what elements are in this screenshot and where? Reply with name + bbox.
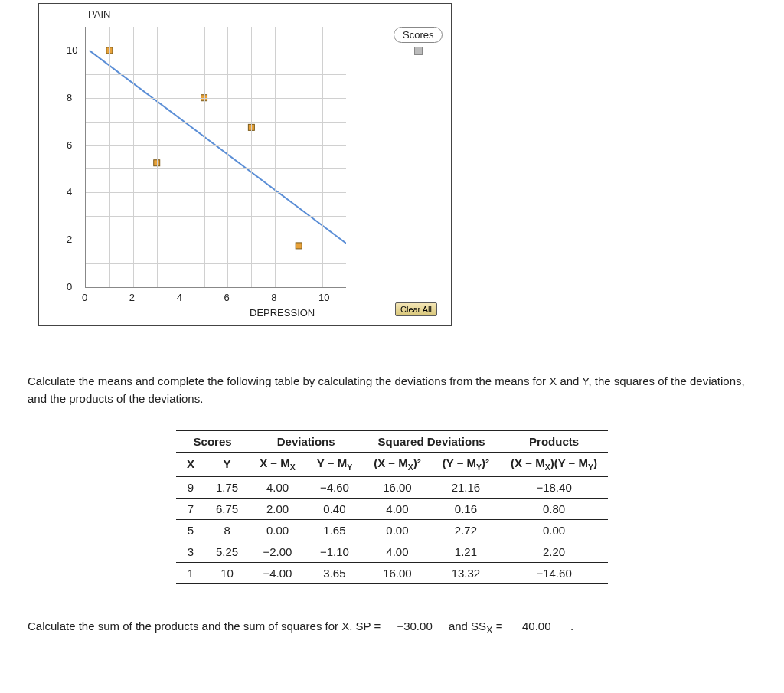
cell-dx2: 0.00 — [363, 519, 432, 541]
subhdr-dy2: (Y − MY)² — [432, 452, 500, 476]
cell-y: 5.25 — [205, 541, 249, 562]
subhdr-x: X — [176, 452, 205, 476]
cell-dy2: 0.16 — [432, 498, 500, 519]
y-tick-label: 6 — [67, 139, 72, 151]
regression-line — [90, 51, 346, 244]
y-tick-label: 2 — [67, 234, 72, 245]
cell-dy2: 21.16 — [432, 476, 500, 499]
subhdr-dx: X − MX — [249, 452, 306, 476]
cell-x: 9 — [176, 476, 205, 499]
x-tick-label: 6 — [224, 292, 229, 303]
cell-dx: −4.00 — [249, 562, 306, 583]
table-row: 91.754.00−4.6016.0021.16−18.40 — [176, 476, 608, 499]
cell-dy: 0.40 — [306, 498, 363, 519]
cell-dy2: 1.21 — [432, 541, 500, 562]
chart-svg — [86, 27, 346, 287]
cell-prod: −14.60 — [500, 562, 608, 583]
group-hdr-squared: Squared Deviations — [363, 430, 500, 453]
clear-all-button[interactable]: Clear All — [395, 302, 437, 316]
cell-dx: 2.00 — [249, 498, 306, 519]
ssx-value: 40.00 — [509, 619, 564, 633]
cell-prod: 0.80 — [500, 498, 608, 519]
table-row: 580.001.650.002.720.00 — [176, 519, 608, 541]
cell-dx2: 16.00 — [363, 562, 432, 583]
cell-dy: 3.65 — [306, 562, 363, 583]
and-ssx-label: and SS — [449, 619, 486, 633]
cell-y: 10 — [205, 562, 249, 583]
legend: Scores — [394, 27, 443, 57]
y-tick-label: 0 — [67, 281, 72, 293]
subhdr-dx2: (X − MX)² — [363, 452, 432, 476]
cell-dy: −1.10 — [306, 541, 363, 562]
x-tick-label: 4 — [177, 292, 182, 303]
y-axis-label: PAIN — [88, 8, 110, 20]
cell-dy: 1.65 — [306, 519, 363, 541]
x-tick-label: 10 — [318, 292, 329, 303]
cell-dx: 0.00 — [249, 519, 306, 541]
results-line: Calculate the sum of the products and th… — [28, 619, 756, 636]
subhdr-y: Y — [205, 452, 249, 476]
instructions-text: Calculate the means and complete the fol… — [28, 372, 756, 408]
x-tick-label: 0 — [82, 292, 87, 303]
cell-dy: −4.60 — [306, 476, 363, 499]
legend-swatch-icon — [414, 47, 423, 55]
cell-x: 3 — [176, 541, 205, 562]
cell-prod: −18.40 — [500, 476, 608, 499]
cell-x: 1 — [176, 562, 205, 583]
group-hdr-deviations: Deviations — [249, 430, 363, 453]
cell-x: 7 — [176, 498, 205, 519]
chart-plot-area — [85, 27, 346, 288]
group-hdr-scores: Scores — [176, 430, 249, 453]
subhdr-dy: Y − MY — [306, 452, 363, 476]
cell-x: 5 — [176, 519, 205, 541]
cell-dx: −2.00 — [249, 541, 306, 562]
x-axis-label: DEPRESSION — [250, 307, 315, 319]
sp-value: −30.00 — [387, 619, 443, 633]
cell-prod: 2.20 — [500, 541, 608, 562]
legend-title[interactable]: Scores — [394, 27, 443, 43]
cell-prod: 0.00 — [500, 519, 608, 541]
results-prompt: Calculate the sum of the products and th… — [28, 619, 381, 633]
x-tick-label: 8 — [271, 292, 276, 303]
chart-frame: PAIN DEPRESSION Scores Clear All 0246810… — [38, 3, 452, 326]
cell-y: 6.75 — [205, 498, 249, 519]
table-row: 110−4.003.6516.0013.32−14.60 — [176, 562, 608, 583]
subhdr-prod: (X − MX)(Y − MY) — [500, 452, 608, 476]
cell-dx2: 4.00 — [363, 541, 432, 562]
table-row: 35.25−2.00−1.104.001.212.20 — [176, 541, 608, 562]
group-hdr-products: Products — [500, 430, 608, 453]
cell-dx: 4.00 — [249, 476, 306, 499]
table-row: 76.752.000.404.000.160.80 — [176, 498, 608, 519]
cell-dx2: 16.00 — [363, 476, 432, 499]
y-tick-label: 8 — [67, 92, 72, 103]
equals-sign: = — [492, 619, 502, 633]
table-body: 91.754.00−4.6016.0021.16−18.4076.752.000… — [176, 476, 608, 584]
y-tick-label: 4 — [67, 186, 72, 198]
cell-y: 8 — [205, 519, 249, 541]
cell-y: 1.75 — [205, 476, 249, 499]
cell-dx2: 4.00 — [363, 498, 432, 519]
table-sub-header-row: X Y X − MX Y − MY (X − MX)² (Y − MY)² (X… — [176, 452, 608, 476]
cell-dy2: 13.32 — [432, 562, 500, 583]
cell-dy2: 2.72 — [432, 519, 500, 541]
table-group-header-row: Scores Deviations Squared Deviations Pro… — [176, 430, 608, 453]
final-period: . — [570, 619, 573, 633]
y-tick-label: 10 — [67, 44, 77, 56]
deviations-table: Scores Deviations Squared Deviations Pro… — [176, 430, 608, 584]
x-tick-label: 2 — [129, 292, 135, 303]
